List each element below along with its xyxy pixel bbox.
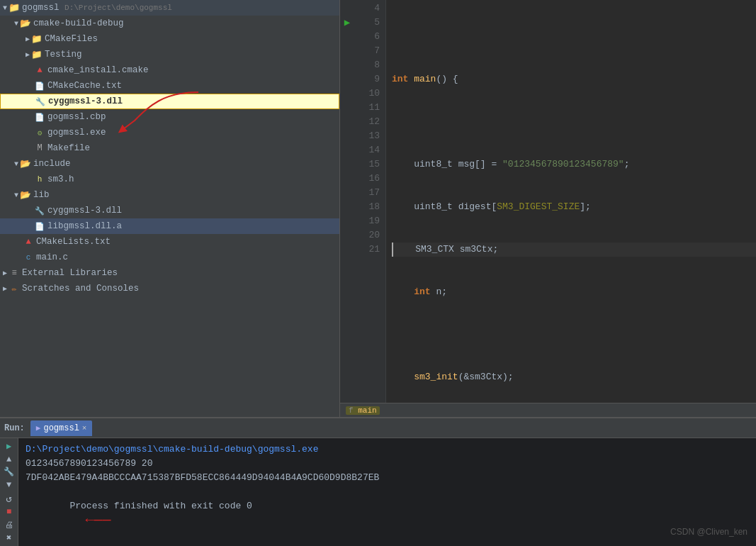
tree-item-testing[interactable]: ▶ 📁 Testing (0, 47, 339, 62)
cmakecache-icon: 📄 (34, 80, 45, 91)
console-path-line: D:\Project\demo\gogmssl\cmake-build-debu… (26, 442, 749, 457)
tree-item-sm3h[interactable]: h sm3.h (0, 172, 339, 187)
code-content[interactable]: int main() { uint8_t msg[] = "0123456789… (386, 0, 756, 403)
code-line-11 (392, 328, 756, 342)
run-tab-bar: Run: ▶ gogmssl × (0, 418, 756, 438)
console-wrench-button[interactable]: 🔧 (2, 467, 16, 477)
cmake-build-folder-icon: 📂 (20, 18, 31, 29)
tree-item-scratches[interactable]: ▶ ✏ Scratches and Consoles (0, 281, 339, 296)
console-stop-button[interactable]: ■ (2, 507, 16, 518)
cbp-icon: 📄 (34, 111, 45, 123)
line-numbers: 4 5 6 7 8 9 10 11 12 13 14 15 16 17 18 1… (354, 0, 386, 403)
sm3h-icon: h (34, 174, 45, 185)
console-play-button[interactable]: ▶ (2, 441, 16, 452)
breadcrumb-func: f main (346, 406, 380, 415)
cmakelists-icon: ▲ (23, 236, 34, 247)
tree-item-include[interactable]: ▼ 📂 include (0, 156, 339, 172)
tree-item-cmakefiles[interactable]: ▶ 📁 CMakeFiles (0, 31, 339, 47)
libgmssl-icon: 📄 (34, 221, 45, 232)
root-label: gogmssl D:\Project\demo\gogmssl (22, 3, 337, 13)
file-tree-sidebar: ▼ 📁 gogmssl D:\Project\demo\gogmssl ▼ 📂 … (0, 0, 340, 417)
mainc-icon: c (23, 252, 34, 263)
makefile-icon: M (34, 143, 45, 154)
tree-item-cmake-install[interactable]: ▲ cmake_install.cmake (0, 62, 339, 78)
code-line-10: int n; (392, 285, 756, 299)
expand-include-icon: ▼ (14, 160, 18, 168)
expand-scratches-icon: ▶ (3, 284, 7, 293)
tree-root[interactable]: ▼ 📁 gogmssl D:\Project\demo\gogmssl (0, 0, 339, 16)
run-gutter: ▶ (340, 0, 354, 403)
console-down-button[interactable]: ▼ (2, 479, 16, 490)
console-print-button[interactable]: 🖨 (2, 520, 16, 530)
include-folder-icon: 📂 (20, 158, 31, 169)
tree-item-makefile[interactable]: M Makefile (0, 140, 339, 156)
expand-cmakefiles-icon: ▶ (26, 35, 30, 43)
testing-folder-icon: 📁 (31, 49, 43, 60)
expand-testing-icon: ▶ (26, 50, 30, 59)
exe-icon: ⚙ (34, 127, 45, 138)
expand-icon: ▼ (3, 4, 7, 12)
tree-item-lib[interactable]: ▼ 📂 lib (0, 187, 339, 203)
tree-item-external-libs[interactable]: ▶ ≡ External Libraries (0, 265, 339, 281)
lib-cyggmssl-icon: 🔧 (34, 205, 45, 216)
console-rerun-button[interactable]: ↺ (2, 493, 16, 505)
lib-folder-icon: 📂 (20, 189, 31, 201)
run-tab-close-button[interactable]: × (82, 424, 87, 433)
tree-item-mainc[interactable]: c main.c (0, 250, 339, 265)
code-line-9: SM3_CTX sm3Ctx; (392, 243, 756, 257)
code-line-5: int main() { (392, 72, 756, 87)
tree-item-gogmssl-exe[interactable]: ⚙ gogmssl.exe (0, 125, 339, 140)
exit-arrow-icon: ←—— (77, 512, 111, 528)
tree-item-cmakecache[interactable]: 📄 CMakeCache.txt (0, 78, 339, 94)
code-line-8: uint8_t digest[SM3_DIGEST_SIZE]; (392, 200, 756, 214)
run-tab-icon: ▶ (36, 423, 41, 433)
run-line-button[interactable]: ▶ (344, 16, 350, 30)
console-output-line2: 7DF042ABE479A4BBCCCAA715387BFD58ECC86444… (26, 471, 749, 485)
code-line-12: sm3_init(&sm3Ctx); (392, 370, 756, 384)
scratches-icon: ✏ (9, 283, 20, 294)
tree-item-cmake-build-debug[interactable]: ▼ 📂 cmake-build-debug (0, 16, 339, 31)
root-folder-icon: 📁 (9, 2, 20, 13)
run-label: Run: (4, 423, 25, 433)
console-toolbar: ▶ ▲ 🔧 ▼ ↺ ■ 🖨 ✖ (0, 438, 18, 546)
code-editor: ▶ 4 5 6 7 8 9 10 11 12 13 14 15 16 17 18… (340, 0, 756, 417)
console-output-line1: 01234567890123456789 20 (26, 457, 749, 471)
tree-item-libgmssl[interactable]: 📄 libgmssl.dll.a (0, 218, 339, 234)
external-libs-icon: ≡ (9, 267, 20, 279)
cmake-install-icon: ▲ (34, 65, 45, 76)
tree-item-cmakelists[interactable]: ▲ CMakeLists.txt (0, 234, 339, 250)
main-area: ▼ 📁 gogmssl D:\Project\demo\gogmssl ▼ 📂 … (0, 0, 756, 417)
expand-external-icon: ▶ (3, 269, 7, 277)
console-up-button[interactable]: ▲ (2, 454, 16, 464)
code-container: ▶ 4 5 6 7 8 9 10 11 12 13 14 15 16 17 18… (340, 0, 756, 403)
console-wrap: ▶ ▲ 🔧 ▼ ↺ ■ 🖨 ✖ D:\Project\demo\gogmssl\… (0, 438, 756, 546)
code-line-4 (392, 30, 756, 44)
console-close-button[interactable]: ✖ (2, 533, 16, 543)
editor-breadcrumb: f main (340, 403, 756, 417)
watermark: CSDN @Cliven_ken (670, 525, 747, 539)
cyggmssl-dll-icon: 🔧 (35, 96, 46, 107)
expand-lib-icon: ▼ (14, 191, 18, 199)
tree-item-gogmssl-cbp[interactable]: 📄 gogmssl.cbp (0, 109, 339, 125)
tree-item-cyggmssl-dll[interactable]: 🔧 cyggmssl-3.dll (0, 94, 339, 109)
code-line-6 (392, 115, 756, 129)
run-tab-gogmssl[interactable]: ▶ gogmssl × (30, 420, 93, 436)
run-panel: Run: ▶ gogmssl × ▶ ▲ 🔧 ▼ ↺ ■ 🖨 ✖ D:\Proj… (0, 417, 756, 546)
console-exit-line: Process finished with exit code 0 ←—— (26, 485, 749, 543)
cmakefiles-folder-icon: 📁 (31, 33, 43, 45)
console-output: D:\Project\demo\gogmssl\cmake-build-debu… (18, 438, 756, 546)
code-line-7: uint8_t msg[] = "01234567890123456789"; (392, 157, 756, 172)
expand-cmake-icon: ▼ (14, 20, 18, 28)
tree-item-lib-cyggmssl[interactable]: 🔧 cyggmssl-3.dll (0, 203, 339, 218)
